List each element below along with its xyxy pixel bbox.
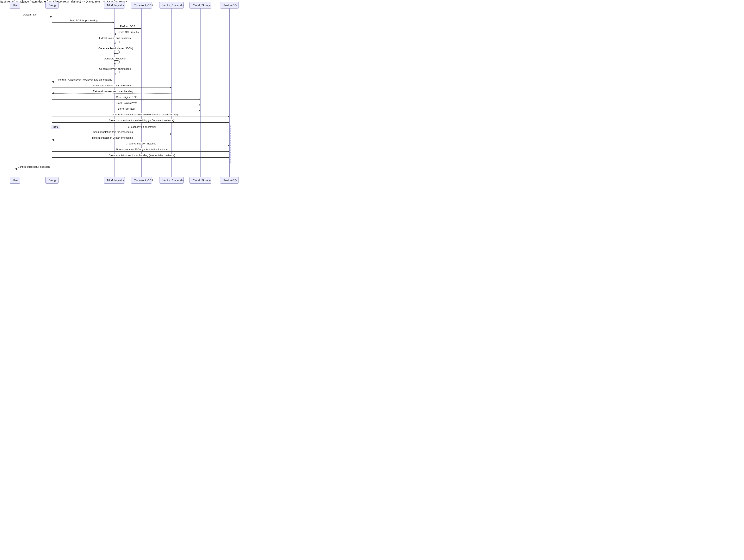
participant-label: Vector_Embedder [162, 179, 184, 182]
participant-user-top: User [10, 2, 20, 8]
msg-store-annot-embed: Store annotation vector embedding (in An… [109, 154, 176, 157]
arrow [52, 87, 170, 88]
arrow [16, 169, 52, 169]
msg-return-ocr: Return OCR results [116, 31, 139, 34]
msg-send-doc-embed: Send document text for embedding [92, 84, 133, 87]
participant-storage-bottom: Cloud_Storage [189, 177, 211, 184]
msg-send-annot-embed: Send annotation text for embedding [92, 130, 133, 133]
arrow-head-icon [228, 156, 229, 158]
participant-embedder-bottom: Vector_Embedder [159, 177, 184, 184]
participant-django-top: Django [45, 2, 59, 8]
loop-condition: [For each layout annotation] [126, 125, 157, 128]
arrow-head-icon [113, 22, 114, 24]
msg-return-annot-embed: Return annotation vector embedding [92, 136, 133, 139]
arrow-head-icon [228, 116, 229, 118]
participant-storage-top: Cloud_Storage [189, 2, 211, 8]
msg-create-annot: Create Annotation instance [125, 142, 156, 145]
lifeline-user [15, 8, 15, 177]
msg-store-text: Store Text layer [117, 107, 136, 110]
arrow [114, 28, 140, 29]
participant-label: NLM_Ingestor [107, 4, 124, 7]
arrow [52, 111, 199, 111]
arrow [15, 17, 50, 17]
participant-label: Django [49, 179, 57, 182]
participant-nlm-bottom: NLM_Ingestor [104, 177, 125, 184]
arrow-head-icon [50, 16, 52, 17]
arrow-head-icon [228, 121, 229, 123]
msg-store-pawls: Store PAWLs layer [115, 102, 137, 105]
loop-tag-label: loop [53, 125, 58, 128]
participant-label: Cloud_Storage [193, 179, 211, 182]
arrow [52, 105, 199, 105]
arrow-head-icon [52, 139, 54, 141]
participant-nlm-top: NLM_Ingestor [104, 2, 125, 8]
arrow [52, 117, 228, 117]
arrow-head-icon [228, 151, 229, 152]
arrow-head-icon [198, 98, 200, 100]
msg-return-layers: Return PAWLs layer, Text layer, and anno… [58, 78, 112, 81]
msg-extract-tokens: Extract tokens and positions [99, 37, 131, 40]
participant-label: PostgreSQL [223, 4, 238, 7]
participant-label: User [13, 4, 19, 7]
arrow-head-icon [170, 87, 172, 88]
msg-perform-ocr: Perform OCR [120, 25, 136, 28]
msg-store-doc-embed: Store document vector embedding (in Docu… [109, 119, 174, 122]
msg-gen-layout: Generate layout annotations [99, 67, 131, 70]
participant-label: User [13, 179, 19, 182]
msg-send-pdf: Send PDF for processing [69, 19, 98, 22]
arrow [53, 82, 114, 82]
arrow-head-icon [114, 42, 115, 44]
arrow [52, 122, 228, 123]
participant-label: Cloud_Storage [193, 4, 211, 7]
participant-label: PostgreSQL [223, 179, 238, 182]
arrow-head-icon [140, 27, 142, 29]
arrow-head-icon [228, 145, 229, 147]
arrow [52, 146, 228, 146]
arrow-head-icon [114, 53, 115, 54]
participant-postgres-top: PostgreSQL [220, 2, 239, 8]
participant-label: Django [49, 4, 57, 7]
arrow-head-icon [114, 63, 115, 65]
participant-postgres-bottom: PostgreSQL [220, 177, 239, 184]
arrow-head-icon [15, 168, 17, 170]
msg-gen-text: Generate Text layer [104, 57, 126, 60]
arrow-head-icon [170, 133, 172, 135]
arrow-head-icon [198, 110, 200, 112]
msg-upload-pdf: Upload PDF [23, 13, 37, 16]
loop-tag: loop [51, 125, 60, 129]
msg-confirm: Confirm successful ingestion [17, 165, 50, 168]
arrow-head-icon [52, 92, 54, 94]
participant-embedder-top: Vector_Embedder [159, 2, 184, 8]
arrow [52, 99, 199, 99]
participant-ocr-bottom: Tesseract_OCR [131, 177, 152, 184]
arrow [52, 157, 228, 158]
arrow-head-icon [114, 33, 116, 35]
arrow [52, 23, 113, 23]
participant-django-bottom: Django [45, 177, 59, 184]
msg-store-pdf: Store original PDF [116, 96, 137, 98]
participant-label: Tesseract_OCR [134, 179, 153, 182]
participant-label: NLM_Ingestor [107, 179, 124, 182]
arrow-head-icon [198, 104, 200, 106]
participant-label: Tesseract_OCR [134, 4, 153, 7]
arrow-head-icon [114, 73, 115, 75]
arrow [116, 34, 142, 34]
participant-user-bottom: User [10, 177, 20, 184]
arrow-head-icon [52, 81, 54, 83]
msg-store-annot-json: Store annotation JSON (in Annotation ins… [115, 148, 169, 151]
arrow [52, 151, 228, 152]
msg-return-doc-embed: Return document vector embedding [92, 90, 134, 93]
participant-ocr-top: Tesseract_OCR [131, 2, 152, 8]
arrow [52, 134, 170, 134]
msg-gen-pawls: Generate PAWLs layer (JSON) [98, 47, 133, 50]
msg-create-doc: Create Document instance (with reference… [109, 113, 178, 116]
participant-label: Vector_Embedder [162, 4, 184, 7]
